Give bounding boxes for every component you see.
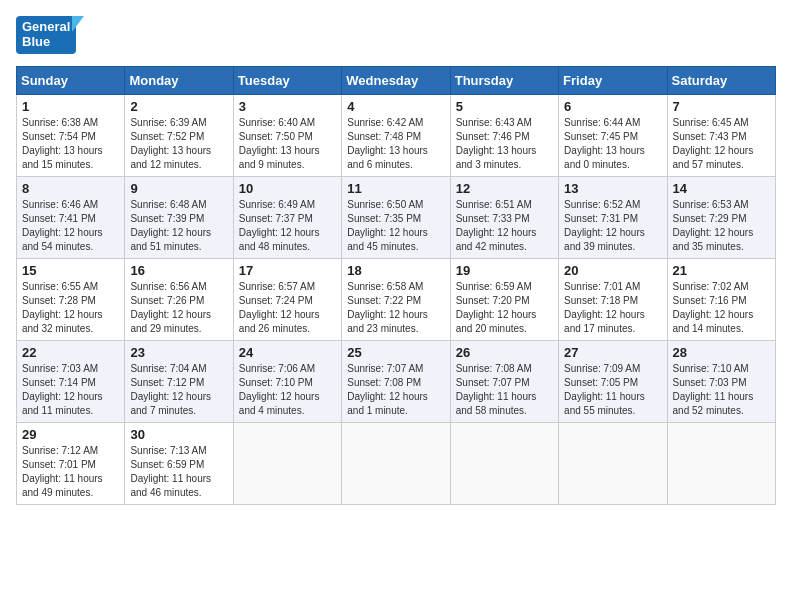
day-number: 25 — [347, 345, 444, 360]
day-info: Sunrise: 7:10 AMSunset: 7:03 PMDaylight:… — [673, 362, 770, 418]
calendar-cell: 30Sunrise: 7:13 AMSunset: 6:59 PMDayligh… — [125, 422, 233, 504]
logo-container: General Blue — [16, 16, 82, 54]
day-info: Sunrise: 6:48 AMSunset: 7:39 PMDaylight:… — [130, 198, 227, 254]
calendar-cell: 21Sunrise: 7:02 AMSunset: 7:16 PMDayligh… — [667, 258, 775, 340]
calendar-cell: 23Sunrise: 7:04 AMSunset: 7:12 PMDayligh… — [125, 340, 233, 422]
day-number: 26 — [456, 345, 553, 360]
day-number: 13 — [564, 181, 661, 196]
day-number: 3 — [239, 99, 336, 114]
day-number: 12 — [456, 181, 553, 196]
calendar-cell: 12Sunrise: 6:51 AMSunset: 7:33 PMDayligh… — [450, 176, 558, 258]
calendar-cell — [667, 422, 775, 504]
calendar-cell: 1Sunrise: 6:38 AMSunset: 7:54 PMDaylight… — [17, 94, 125, 176]
calendar-cell: 11Sunrise: 6:50 AMSunset: 7:35 PMDayligh… — [342, 176, 450, 258]
day-number: 30 — [130, 427, 227, 442]
day-number: 21 — [673, 263, 770, 278]
day-number: 20 — [564, 263, 661, 278]
day-info: Sunrise: 6:58 AMSunset: 7:22 PMDaylight:… — [347, 280, 444, 336]
calendar-week-3: 15Sunrise: 6:55 AMSunset: 7:28 PMDayligh… — [17, 258, 776, 340]
calendar-cell: 13Sunrise: 6:52 AMSunset: 7:31 PMDayligh… — [559, 176, 667, 258]
day-info: Sunrise: 6:49 AMSunset: 7:37 PMDaylight:… — [239, 198, 336, 254]
calendar-cell: 22Sunrise: 7:03 AMSunset: 7:14 PMDayligh… — [17, 340, 125, 422]
day-info: Sunrise: 6:44 AMSunset: 7:45 PMDaylight:… — [564, 116, 661, 172]
calendar-cell: 16Sunrise: 6:56 AMSunset: 7:26 PMDayligh… — [125, 258, 233, 340]
day-number: 7 — [673, 99, 770, 114]
weekday-header-monday: Monday — [125, 66, 233, 94]
calendar-cell: 19Sunrise: 6:59 AMSunset: 7:20 PMDayligh… — [450, 258, 558, 340]
calendar-week-5: 29Sunrise: 7:12 AMSunset: 7:01 PMDayligh… — [17, 422, 776, 504]
day-number: 24 — [239, 345, 336, 360]
day-number: 17 — [239, 263, 336, 278]
calendar-table: SundayMondayTuesdayWednesdayThursdayFrid… — [16, 66, 776, 505]
day-info: Sunrise: 7:09 AMSunset: 7:05 PMDaylight:… — [564, 362, 661, 418]
day-number: 16 — [130, 263, 227, 278]
calendar-cell: 20Sunrise: 7:01 AMSunset: 7:18 PMDayligh… — [559, 258, 667, 340]
calendar-cell: 28Sunrise: 7:10 AMSunset: 7:03 PMDayligh… — [667, 340, 775, 422]
calendar-cell: 4Sunrise: 6:42 AMSunset: 7:48 PMDaylight… — [342, 94, 450, 176]
day-number: 4 — [347, 99, 444, 114]
calendar-cell: 15Sunrise: 6:55 AMSunset: 7:28 PMDayligh… — [17, 258, 125, 340]
day-info: Sunrise: 6:39 AMSunset: 7:52 PMDaylight:… — [130, 116, 227, 172]
calendar-cell: 18Sunrise: 6:58 AMSunset: 7:22 PMDayligh… — [342, 258, 450, 340]
day-number: 9 — [130, 181, 227, 196]
calendar-week-2: 8Sunrise: 6:46 AMSunset: 7:41 PMDaylight… — [17, 176, 776, 258]
day-info: Sunrise: 6:40 AMSunset: 7:50 PMDaylight:… — [239, 116, 336, 172]
calendar-cell — [342, 422, 450, 504]
weekday-header-saturday: Saturday — [667, 66, 775, 94]
day-info: Sunrise: 7:02 AMSunset: 7:16 PMDaylight:… — [673, 280, 770, 336]
calendar-cell: 2Sunrise: 6:39 AMSunset: 7:52 PMDaylight… — [125, 94, 233, 176]
day-number: 29 — [22, 427, 119, 442]
day-info: Sunrise: 6:56 AMSunset: 7:26 PMDaylight:… — [130, 280, 227, 336]
day-number: 10 — [239, 181, 336, 196]
calendar-cell — [559, 422, 667, 504]
day-info: Sunrise: 7:04 AMSunset: 7:12 PMDaylight:… — [130, 362, 227, 418]
day-info: Sunrise: 7:12 AMSunset: 7:01 PMDaylight:… — [22, 444, 119, 500]
calendar-cell: 8Sunrise: 6:46 AMSunset: 7:41 PMDaylight… — [17, 176, 125, 258]
day-number: 23 — [130, 345, 227, 360]
calendar-header-row: SundayMondayTuesdayWednesdayThursdayFrid… — [17, 66, 776, 94]
calendar-cell: 25Sunrise: 7:07 AMSunset: 7:08 PMDayligh… — [342, 340, 450, 422]
day-info: Sunrise: 6:55 AMSunset: 7:28 PMDaylight:… — [22, 280, 119, 336]
calendar-cell: 29Sunrise: 7:12 AMSunset: 7:01 PMDayligh… — [17, 422, 125, 504]
calendar-cell: 3Sunrise: 6:40 AMSunset: 7:50 PMDaylight… — [233, 94, 341, 176]
calendar-cell: 9Sunrise: 6:48 AMSunset: 7:39 PMDaylight… — [125, 176, 233, 258]
day-number: 2 — [130, 99, 227, 114]
calendar-cell: 10Sunrise: 6:49 AMSunset: 7:37 PMDayligh… — [233, 176, 341, 258]
day-info: Sunrise: 6:51 AMSunset: 7:33 PMDaylight:… — [456, 198, 553, 254]
day-info: Sunrise: 6:57 AMSunset: 7:24 PMDaylight:… — [239, 280, 336, 336]
day-info: Sunrise: 6:43 AMSunset: 7:46 PMDaylight:… — [456, 116, 553, 172]
day-info: Sunrise: 6:46 AMSunset: 7:41 PMDaylight:… — [22, 198, 119, 254]
day-info: Sunrise: 6:45 AMSunset: 7:43 PMDaylight:… — [673, 116, 770, 172]
weekday-header-wednesday: Wednesday — [342, 66, 450, 94]
logo-arrow — [72, 16, 84, 32]
weekday-header-thursday: Thursday — [450, 66, 558, 94]
day-info: Sunrise: 7:06 AMSunset: 7:10 PMDaylight:… — [239, 362, 336, 418]
calendar-cell: 7Sunrise: 6:45 AMSunset: 7:43 PMDaylight… — [667, 94, 775, 176]
calendar-cell: 26Sunrise: 7:08 AMSunset: 7:07 PMDayligh… — [450, 340, 558, 422]
day-number: 28 — [673, 345, 770, 360]
calendar-cell — [450, 422, 558, 504]
logo: General Blue — [16, 16, 82, 54]
day-number: 14 — [673, 181, 770, 196]
day-number: 18 — [347, 263, 444, 278]
day-info: Sunrise: 6:53 AMSunset: 7:29 PMDaylight:… — [673, 198, 770, 254]
calendar-cell: 24Sunrise: 7:06 AMSunset: 7:10 PMDayligh… — [233, 340, 341, 422]
day-number: 8 — [22, 181, 119, 196]
calendar-cell: 5Sunrise: 6:43 AMSunset: 7:46 PMDaylight… — [450, 94, 558, 176]
day-info: Sunrise: 6:59 AMSunset: 7:20 PMDaylight:… — [456, 280, 553, 336]
day-number: 5 — [456, 99, 553, 114]
day-number: 1 — [22, 99, 119, 114]
day-number: 6 — [564, 99, 661, 114]
weekday-header-tuesday: Tuesday — [233, 66, 341, 94]
calendar-week-4: 22Sunrise: 7:03 AMSunset: 7:14 PMDayligh… — [17, 340, 776, 422]
calendar-cell — [233, 422, 341, 504]
weekday-header-friday: Friday — [559, 66, 667, 94]
calendar-cell: 6Sunrise: 6:44 AMSunset: 7:45 PMDaylight… — [559, 94, 667, 176]
weekday-header-sunday: Sunday — [17, 66, 125, 94]
calendar-week-1: 1Sunrise: 6:38 AMSunset: 7:54 PMDaylight… — [17, 94, 776, 176]
day-number: 22 — [22, 345, 119, 360]
day-info: Sunrise: 6:50 AMSunset: 7:35 PMDaylight:… — [347, 198, 444, 254]
calendar-cell: 14Sunrise: 6:53 AMSunset: 7:29 PMDayligh… — [667, 176, 775, 258]
day-info: Sunrise: 7:13 AMSunset: 6:59 PMDaylight:… — [130, 444, 227, 500]
day-number: 19 — [456, 263, 553, 278]
